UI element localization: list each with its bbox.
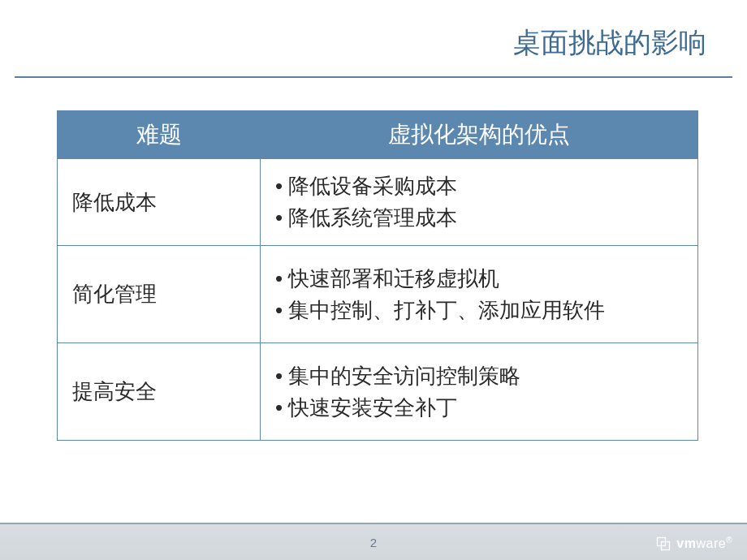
table-header-row: 难题 虚拟化架构的优点: [58, 111, 698, 159]
bullet-item: • 集中控制、打补丁、添加应用软件: [272, 295, 686, 326]
row-label-manage: 简化管理: [58, 246, 261, 343]
page-title: 桌面挑战的影响: [0, 24, 706, 62]
title-area: 桌面挑战的影响: [0, 0, 747, 70]
bullet-item: • 快速部署和迁移虚拟机: [272, 263, 686, 295]
bullet-item: • 集中的安全访问控制策略: [272, 360, 686, 392]
brand-logo: vmware®: [655, 536, 732, 552]
brand-light: ware: [696, 537, 726, 551]
main-table: 难题 虚拟化架构的优点 降低成本 • 降低设备采购成本 • 降低系统管理成本 简…: [57, 110, 698, 441]
footer-bar: 2 vmware®: [0, 523, 747, 560]
brand-reg: ®: [726, 536, 732, 545]
table-row: 简化管理 • 快速部署和迁移虚拟机 • 集中控制、打补丁、添加应用软件: [58, 246, 698, 343]
vmware-boxes-icon: [655, 536, 671, 552]
brand-bold: vm: [676, 537, 696, 551]
content-area: 难题 虚拟化架构的优点 降低成本 • 降低设备采购成本 • 降低系统管理成本 简…: [0, 78, 747, 441]
row-content-manage: • 快速部署和迁移虚拟机 • 集中控制、打补丁、添加应用软件: [261, 246, 698, 343]
slide: 桌面挑战的影响 难题 虚拟化架构的优点 降低成本 • 降低设备采购成本 • 降低…: [0, 0, 747, 560]
bullet-item: • 快速安装安全补丁: [272, 392, 686, 424]
page-number: 2: [370, 536, 377, 549]
row-content-security: • 集中的安全访问控制策略 • 快速安装安全补丁: [261, 343, 698, 441]
row-label-cost: 降低成本: [58, 159, 261, 246]
table-row: 降低成本 • 降低设备采购成本 • 降低系统管理成本: [58, 159, 698, 246]
row-content-cost: • 降低设备采购成本 • 降低系统管理成本: [261, 159, 698, 246]
table-row: 提高安全 • 集中的安全访问控制策略 • 快速安装安全补丁: [58, 343, 698, 441]
table-header-advantage: 虚拟化架构的优点: [261, 111, 698, 159]
table-header-problem: 难题: [58, 111, 261, 159]
bullet-item: • 降低系统管理成本: [272, 202, 686, 234]
bullet-item: • 降低设备采购成本: [272, 170, 686, 202]
row-label-security: 提高安全: [58, 343, 261, 441]
brand-text: vmware®: [676, 536, 732, 551]
